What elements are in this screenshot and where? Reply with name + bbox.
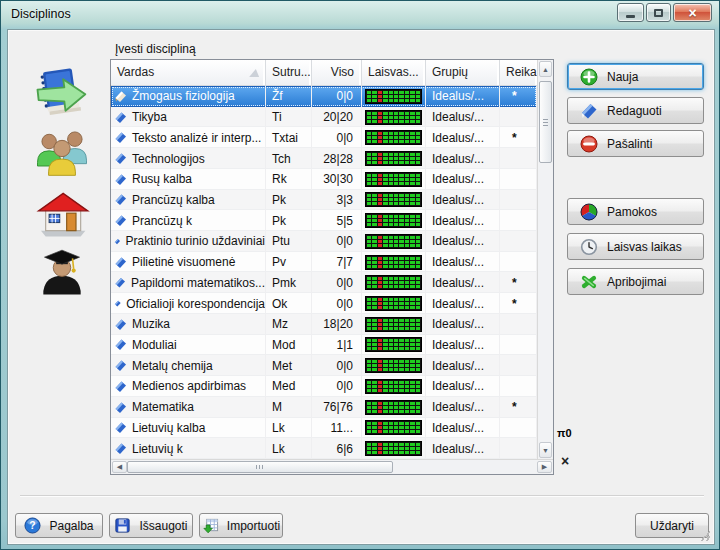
scroll-down-button[interactable]: ▼	[539, 442, 552, 458]
vertical-scrollbar[interactable]: ▲ ▼	[537, 60, 553, 459]
subject-groups-value: Idealus/...	[426, 355, 500, 376]
subject-book-icon	[114, 276, 126, 289]
edit-button[interactable]: Redaguoti	[567, 97, 704, 124]
table-row[interactable]: Matematika M 76|76 Idealus/... *	[111, 397, 537, 418]
window-frame: Disciplinos ×	[0, 0, 720, 550]
sidebar-item-rooms[interactable]	[34, 184, 90, 232]
table-row[interactable]: Muzika Mz 18|20 Idealus/...	[111, 314, 537, 335]
subject-book-icon	[114, 421, 127, 434]
subject-total: 3|3	[312, 190, 362, 211]
close-button[interactable]: ×	[673, 3, 712, 22]
maximize-icon	[654, 9, 663, 17]
constraints-button-label: Apribojimai	[607, 275, 666, 289]
subject-total: 11...	[312, 418, 362, 439]
column-header-sutrumpinimas[interactable]: Sutru...	[266, 60, 312, 85]
subject-name: Prancūzų k	[132, 214, 192, 228]
close-dialog-button-label: Uždaryti	[650, 519, 694, 533]
table-row[interactable]: Oficialioji korespondencija Ok 0|0 Ideal…	[111, 293, 537, 314]
table-row[interactable]: Pilietinė visuomenė Pv 7|7 Idealus/...	[111, 252, 537, 273]
column-header-vardas[interactable]: Vardas	[111, 60, 266, 85]
close-dialog-button[interactable]: Uždaryti	[635, 513, 709, 538]
scroll-right-button[interactable]: ▶	[537, 461, 552, 473]
subject-groups-value: Idealus/...	[426, 252, 500, 273]
titlebar[interactable]: Disciplinos ×	[1, 1, 719, 29]
table-row[interactable]: Technologijos Tch 28|28 Idealus/...	[111, 148, 537, 169]
maximize-button[interactable]	[646, 3, 671, 22]
table-row[interactable]: Prancūzų kalba Pk 3|3 Idealus/...	[111, 190, 537, 211]
free-time-grid	[365, 296, 422, 311]
table-row[interactable]: Metalų chemija Met 0|0 Idealus/...	[111, 355, 537, 376]
table-header: Vardas Sutru... Viso Laisvas... Grupių p…	[111, 60, 537, 86]
subject-total: 0|0	[312, 293, 362, 314]
save-button-label: Išsaugoti	[139, 519, 187, 533]
table-row[interactable]: Prancūzų k Pk 5|5 Idealus/...	[111, 210, 537, 231]
table-body: Žmogaus fiziologija Žf 0|0 Idealus/... *…	[111, 86, 537, 459]
column-header-viso[interactable]: Viso	[312, 60, 362, 85]
table-row[interactable]: Medienos apdirbimas Med 0|0 Idealus/...	[111, 376, 537, 397]
table-row[interactable]: Žmogaus fiziologija Žf 0|0 Idealus/... *	[111, 86, 537, 107]
resize-grip[interactable]	[700, 531, 710, 541]
edit-book-icon	[580, 102, 598, 120]
subject-name: Lietuvių kalba	[132, 421, 205, 435]
scroll-down-icon: ▼	[542, 447, 549, 454]
subject-total: 0|0	[312, 272, 362, 293]
save-button[interactable]: Išsaugoti	[109, 513, 193, 538]
free-time-grid	[365, 441, 422, 456]
table-row[interactable]: Lietuvių kalba Lk 11... Idealus/...	[111, 418, 537, 439]
free-time-grid	[365, 379, 422, 394]
free-time-grid	[365, 192, 422, 207]
column-header-laisvas[interactable]: Laisvas...	[362, 60, 426, 85]
new-button-label: Nauja	[607, 70, 638, 84]
subject-groups-value: Idealus/...	[426, 210, 500, 231]
help-button[interactable]: ? Pagalba	[15, 513, 103, 538]
table-row[interactable]: Tikyba Ti 20|20 Idealus/...	[111, 107, 537, 128]
clock-icon	[580, 238, 598, 256]
new-button[interactable]: Nauja	[567, 63, 704, 90]
horizontal-scroll-thumb[interactable]	[127, 461, 393, 473]
sidebar-item-students[interactable]	[34, 242, 90, 290]
lessons-button[interactable]: Pamokos	[567, 198, 704, 225]
subject-abbreviation: Rk	[266, 169, 312, 190]
dialog: Įvesti discipliną Vardas Sutru... Viso L…	[7, 29, 715, 545]
free-time-grid	[365, 337, 422, 352]
disciplines-table: Vardas Sutru... Viso Laisvas... Grupių p…	[110, 59, 554, 475]
table-row[interactable]: Papildomi matematikos... Pmk 0|0 Idealus…	[111, 272, 537, 293]
subject-groups-value: Idealus/...	[426, 418, 500, 439]
table-row[interactable]: Teksto analizė ir interp... Txtai 0|0 Id…	[111, 127, 537, 148]
table-row[interactable]: Rusų kalba Rk 30|30 Idealus/...	[111, 169, 537, 190]
sidebar-item-groups[interactable]	[34, 124, 90, 172]
import-button[interactable]: Importuoti	[199, 513, 283, 538]
subject-name: Pilietinė visuomenė	[132, 255, 235, 269]
subject-abbreviation: Ti	[266, 107, 312, 128]
import-table-icon	[202, 517, 219, 534]
column-header-reika[interactable]: Reika	[500, 60, 537, 85]
subject-total: 7|7	[312, 252, 362, 273]
delete-button[interactable]: Pašalinti	[567, 130, 704, 157]
subject-requirement-flag	[500, 190, 537, 211]
scroll-left-button[interactable]: ◀	[112, 461, 127, 473]
sidebar-item-subjects[interactable]	[34, 64, 90, 112]
subject-requirement-flag	[500, 376, 537, 397]
column-header-grupiu[interactable]: Grupių pas...	[426, 60, 500, 85]
subject-total: 5|5	[312, 210, 362, 231]
x-artifact-text: ×	[561, 453, 569, 469]
sort-ascending-icon	[249, 69, 261, 77]
table-row[interactable]: Praktinio turinio uždaviniai Ptu 0|0 Ide…	[111, 231, 537, 252]
free-time-grid	[365, 358, 422, 373]
constraints-button[interactable]: Apribojimai	[567, 268, 704, 295]
subject-name: Technologijos	[132, 152, 205, 166]
table-row[interactable]: Moduliai Mod 1|1 Idealus/...	[111, 335, 537, 356]
subject-book-icon	[114, 380, 127, 393]
svg-text:?: ?	[30, 520, 36, 531]
subject-abbreviation: Pk	[266, 190, 312, 211]
vertical-scroll-thumb[interactable]	[539, 81, 552, 163]
minimize-button[interactable]	[617, 3, 644, 22]
horizontal-scrollbar[interactable]: ◀ ▶	[111, 459, 553, 474]
table-row[interactable]: Lietuvių k Lk 6|6 Idealus/...	[111, 438, 537, 459]
subject-groups-value: Idealus/...	[426, 190, 500, 211]
window-title: Disciplinos	[11, 7, 71, 21]
free-time-button[interactable]: Laisvas laikas	[567, 233, 704, 260]
subject-name: Rusų kalba	[132, 172, 192, 186]
scroll-up-button[interactable]: ▲	[539, 61, 552, 77]
subject-name: Metalų chemija	[132, 359, 213, 373]
